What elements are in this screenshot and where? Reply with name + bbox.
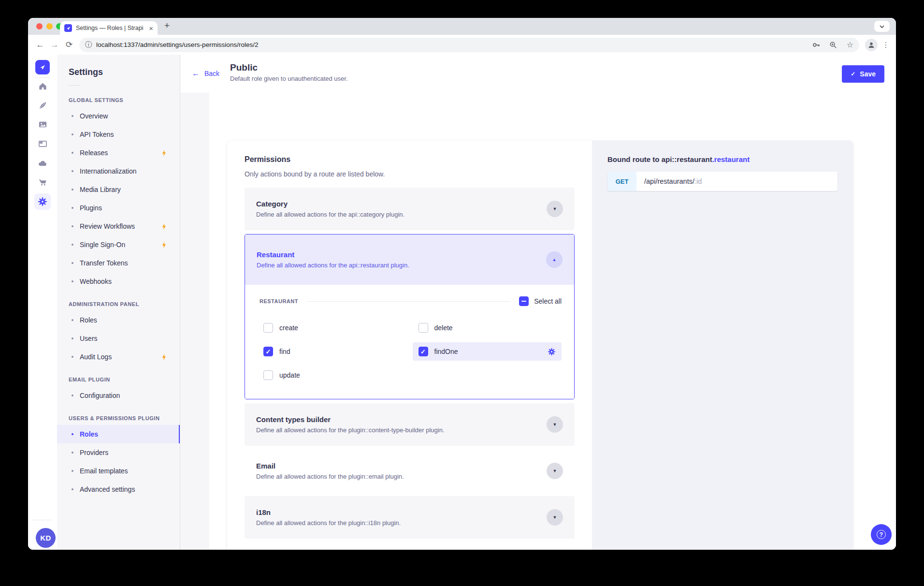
marketplace-cart-icon[interactable] [28, 174, 57, 191]
sidebar-item-advanced-settings[interactable]: Advanced settings [57, 480, 180, 498]
bullet-icon [72, 170, 73, 172]
findone-settings-gear-icon[interactable] [548, 348, 556, 356]
sidebar-item-overview[interactable]: Overview [57, 107, 180, 125]
zoom-page-icon[interactable] [827, 39, 839, 51]
accordion-category[interactable]: Category Define all allowed actions for … [245, 188, 575, 230]
tab-strip: Settings — Roles | Strapi × + [28, 18, 896, 35]
bullet-icon [72, 225, 73, 227]
sidebar-item-api-tokens[interactable]: API Tokens [57, 125, 180, 144]
accordion-title: Restaurant [257, 250, 409, 259]
bullet-icon [72, 207, 73, 209]
deploy-cloud-icon[interactable] [28, 155, 57, 172]
accordion-email[interactable]: Email Define all allowed actions for the… [245, 450, 575, 492]
sidebar-item-releases[interactable]: Releases [57, 144, 180, 162]
new-tab-button[interactable]: + [164, 20, 170, 31]
sidebar-item-audit-logs[interactable]: Audit Logs [57, 348, 180, 366]
user-avatar[interactable]: KD [36, 528, 56, 548]
accordion-desc: Define all allowed actions for the api::… [257, 262, 409, 269]
settings-gear-icon[interactable] [34, 193, 51, 210]
select-all-checkbox[interactable] [519, 296, 529, 306]
browser-tab[interactable]: Settings — Roles | Strapi × [60, 21, 158, 35]
bookmark-star-icon[interactable]: ☆ [844, 39, 856, 51]
bullet-icon [72, 115, 73, 117]
action-findone[interactable]: ✓ findOne [413, 342, 562, 361]
action-delete[interactable]: delete [413, 319, 562, 337]
sidebar-item-admin-users[interactable]: Users [57, 329, 180, 348]
sidebar-item-media-library[interactable]: Media Library [57, 180, 180, 199]
expand-toggle-button[interactable]: ▼ [547, 463, 563, 479]
bullet-icon [72, 452, 73, 454]
action-find[interactable]: ✓ find [258, 342, 407, 361]
create-checkbox[interactable] [263, 323, 273, 333]
accordion-restaurant-header[interactable]: Restaurant Define all allowed actions fo… [245, 234, 574, 285]
minimize-window-button[interactable] [46, 23, 53, 29]
sidebar-item-plugins[interactable]: Plugins [57, 199, 180, 217]
sidebar-item-review-workflows[interactable]: Review Workflows [57, 217, 180, 235]
url-text[interactable]: localhost:1337/admin/settings/users-perm… [96, 41, 806, 48]
sidebar-item-admin-roles[interactable]: Roles [57, 311, 180, 329]
forward-icon[interactable]: → [47, 38, 62, 52]
accordion-title: Content types builder [256, 415, 445, 424]
expand-toggle-button[interactable]: ▼ [547, 201, 563, 217]
media-library-icon[interactable] [28, 116, 57, 133]
sidebar-item-internationalization[interactable]: Internationalization [57, 162, 180, 180]
browser-profile-avatar[interactable] [865, 39, 878, 51]
accordion-content-types-builder[interactable]: Content types builder Define all allowed… [245, 403, 575, 446]
bullet-icon [72, 262, 73, 264]
help-button[interactable]: ? [871, 524, 892, 545]
bolt-icon [161, 241, 167, 249]
permissions-title: Permissions [245, 155, 575, 164]
browser-menu-icon[interactable]: ⋮ [881, 39, 891, 51]
restaurant-permissions-body: RESTAURANT Select all create [245, 285, 574, 399]
home-icon[interactable] [28, 77, 57, 95]
address-bar[interactable]: ⓘ localhost:1337/admin/settings/users-pe… [79, 38, 859, 52]
sidebar-item-single-sign-on[interactable]: Single Sign-On [57, 235, 180, 254]
bullet-icon [72, 189, 73, 190]
sidebar-item-up-roles[interactable]: Roles [57, 425, 180, 443]
password-key-icon[interactable] [810, 39, 823, 51]
reload-icon[interactable]: ⟳ [62, 38, 76, 52]
question-mark-icon: ? [877, 530, 886, 539]
accordion-upload[interactable]: Upload ▼ [245, 542, 575, 550]
expand-toggle-button[interactable]: ▼ [547, 416, 563, 433]
bullet-icon [72, 356, 73, 358]
permissions-container: Permissions Only actions bound by a rout… [227, 141, 853, 550]
bolt-icon [161, 149, 167, 157]
action-create[interactable]: create [258, 319, 407, 337]
close-window-button[interactable] [36, 23, 43, 29]
bullet-icon [72, 244, 73, 246]
close-tab-icon[interactable]: × [149, 25, 153, 32]
sidebar-item-providers[interactable]: Providers [57, 443, 180, 462]
page-header: ← Back Public Default role given to unau… [180, 55, 896, 93]
site-info-icon[interactable]: ⓘ [85, 41, 92, 49]
accordion-title: Email [256, 462, 404, 470]
content-manager-feather-icon[interactable] [28, 97, 57, 114]
back-icon[interactable]: ← [33, 38, 47, 52]
expand-toggle-button[interactable]: ▼ [547, 509, 563, 526]
role-title-block: Public Default role given to unauthentic… [230, 62, 348, 82]
delete-checkbox[interactable] [419, 323, 428, 333]
browser-window: Settings — Roles | Strapi × + ← → ⟳ ⓘ lo… [28, 18, 896, 550]
tab-search-chevron-icon[interactable] [874, 21, 890, 32]
subnav-title: Settings [57, 55, 180, 77]
update-checkbox[interactable] [263, 370, 273, 380]
content-gutter [180, 93, 209, 550]
strapi-favicon-icon [64, 24, 72, 32]
sidebar-item-email-templates[interactable]: Email templates [57, 462, 180, 480]
back-arrow-icon: ← [192, 69, 200, 78]
accordion-i18n[interactable]: i18n Define all allowed actions for the … [245, 496, 575, 539]
route-box[interactable]: GET /api/restaurants/:id [607, 172, 837, 191]
bullet-icon [72, 488, 73, 490]
find-checkbox[interactable]: ✓ [263, 347, 273, 356]
back-link[interactable]: ← Back [192, 69, 219, 78]
findone-checkbox[interactable]: ✓ [419, 347, 428, 356]
action-update[interactable]: update [258, 366, 407, 384]
content-type-builder-icon[interactable] [28, 135, 57, 152]
sidebar-item-transfer-tokens[interactable]: Transfer Tokens [57, 254, 180, 272]
save-button[interactable]: ✓ Save [842, 65, 884, 83]
strapi-logo[interactable] [35, 60, 50, 74]
sidebar-item-configuration[interactable]: Configuration [57, 386, 180, 405]
collapse-toggle-button[interactable]: ▲ [546, 251, 563, 268]
route-path: /api/restaurants/:id [636, 177, 702, 185]
sidebar-item-webhooks[interactable]: Webhooks [57, 272, 180, 291]
